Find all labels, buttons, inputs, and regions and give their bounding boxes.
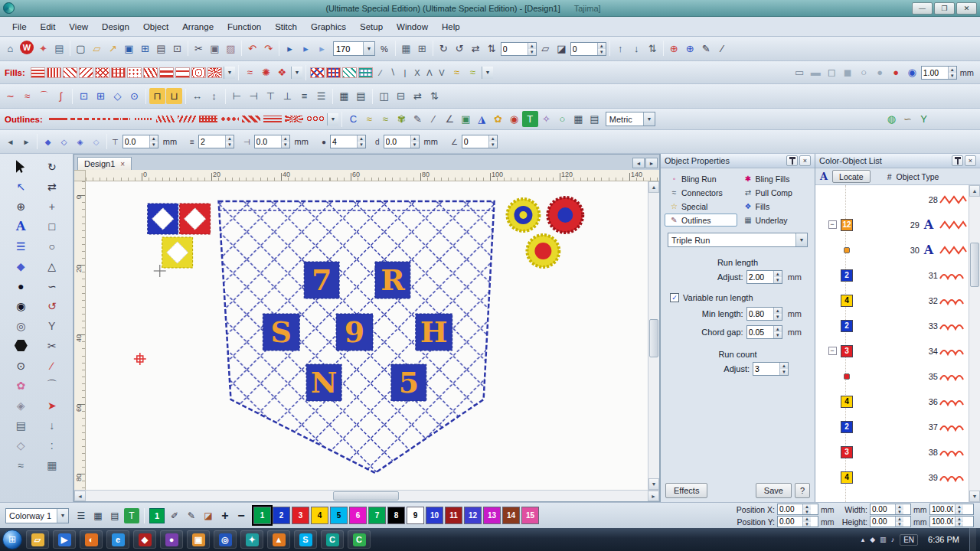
internet-explorer-icon[interactable]: e — [106, 530, 129, 549]
width-percent-input[interactable] — [930, 504, 955, 514]
wave-style2-icon[interactable]: ≈ — [465, 64, 481, 80]
width-spinner[interactable]: ▲▼ — [870, 504, 911, 515]
hexagon-tool-icon[interactable] — [6, 337, 36, 354]
design-canvas[interactable]: 7 R S 9 H N 5 — [86, 181, 648, 490]
media-player-icon[interactable]: ▶ — [53, 530, 76, 549]
curve-edit-icon[interactable]: ∽ — [900, 111, 916, 127]
image-icon[interactable]: ▣ — [458, 111, 474, 127]
branch-tool-icon[interactable]: Y — [38, 317, 67, 334]
color-object-row[interactable]: 4 39 — [815, 465, 969, 490]
stack-icon[interactable]: ☰ — [313, 88, 329, 104]
pin-icon[interactable] — [786, 155, 798, 166]
red-node-icon[interactable]: ● — [888, 64, 904, 80]
table2-icon[interactable]: ▤ — [586, 111, 603, 127]
blue-node-icon[interactable]: ◉ — [904, 64, 920, 80]
outline-zigzag-icon[interactable] — [156, 116, 175, 122]
fill-cross-icon[interactable] — [95, 67, 109, 78]
spin-up-icon[interactable]: ▲ — [774, 326, 782, 332]
outline-hatch-icon[interactable] — [242, 116, 260, 122]
open-icon[interactable]: ▱ — [89, 41, 105, 57]
mirror-tool-icon[interactable]: ⇄ — [38, 178, 67, 195]
spin-down-icon[interactable]: ▼ — [358, 142, 365, 148]
garment-icon[interactable]: T — [124, 508, 139, 523]
spin-down-icon[interactable]: ▼ — [803, 522, 811, 527]
palette-color-chip[interactable]: 13 — [483, 507, 501, 524]
draw-pen-icon[interactable]: ✎ — [698, 41, 714, 57]
skew-vertical-icon[interactable]: ◪ — [554, 41, 570, 57]
node-point-icon[interactable]: ⊙ — [126, 88, 142, 104]
diamond-outline-icon[interactable]: ◇ — [56, 134, 72, 150]
slope-icon[interactable]: ∕ — [426, 111, 442, 127]
bucket-icon[interactable]: ◪ — [201, 508, 216, 523]
rotate-cw-icon[interactable]: ↻ — [436, 41, 452, 57]
thread-color-chip[interactable]: 2 — [841, 320, 853, 332]
spin-up-icon[interactable]: ▲ — [774, 308, 782, 314]
rotate-angle-spinner[interactable]: ▲▼ — [501, 42, 537, 56]
mannequin-icon[interactable]: ✧ — [538, 111, 554, 127]
color-object-row[interactable]: 35 — [815, 364, 969, 389]
chevron-down-icon[interactable]: ▼ — [224, 67, 235, 79]
align-top-icon[interactable]: ⊤ — [263, 88, 279, 104]
crosshatch2-icon[interactable] — [326, 67, 341, 78]
outline-dash-icon[interactable] — [70, 118, 89, 120]
knife-tool-icon[interactable]: ✂ — [38, 337, 67, 354]
pulse-app-icon[interactable]: ✦ — [240, 530, 263, 549]
current-thread-chip[interactable]: 1 — [149, 508, 165, 523]
next-object-icon[interactable]: ► — [18, 134, 34, 150]
tab-underlay[interactable]: ▦ Underlay — [739, 214, 812, 227]
paste-icon[interactable]: ▨ — [223, 41, 239, 57]
sequence-view-icon[interactable]: ☰ — [74, 508, 89, 523]
angle-measure-icon[interactable]: ∠ — [442, 111, 458, 127]
palette-color-chip[interactable]: 1 — [253, 507, 271, 524]
square-filled-icon[interactable]: ◼ — [840, 64, 856, 80]
lock-icon[interactable]: ⊓ — [149, 88, 165, 104]
menu-item[interactable]: Graphics — [305, 20, 352, 34]
fill-diag2-icon[interactable] — [79, 67, 93, 78]
spin-up-icon[interactable]: ▲ — [358, 135, 365, 142]
slope-line-icon[interactable]: ∕ — [714, 41, 730, 57]
param-spinner[interactable]: ▲▼ — [198, 135, 234, 148]
tab-scroll-left-icon[interactable]: ◄ — [632, 158, 645, 168]
spin-up-icon[interactable]: ▲ — [528, 43, 536, 49]
ring-tool-icon[interactable]: ◉ — [6, 297, 36, 315]
thread-color-chip[interactable]: 3 — [841, 446, 853, 458]
square-outline-icon[interactable]: ◻ — [824, 64, 840, 80]
colorway-combo[interactable]: Colorway 1 ▼ — [5, 508, 69, 523]
palette-color-chip[interactable]: 3 — [292, 507, 309, 524]
spiral-tool-icon[interactable]: ↺ — [38, 297, 67, 315]
show-desktop-button[interactable] — [969, 528, 976, 551]
teal-grid-icon[interactable] — [358, 67, 373, 78]
stipple-tool-icon[interactable]: ≈ — [6, 456, 36, 474]
cut-icon[interactable]: ✂ — [191, 41, 207, 57]
app-blue-icon[interactable]: ◎ — [214, 530, 237, 549]
thread-color-chip[interactable]: 3 — [841, 345, 853, 357]
param-spinner[interactable]: ▲▼ — [254, 135, 290, 148]
height-percent-spinner[interactable]: ▲▼ — [929, 516, 974, 527]
remove-color-icon[interactable]: − — [234, 509, 248, 523]
spin-down-icon[interactable]: ▼ — [956, 522, 963, 527]
flower-tool-icon[interactable]: ✿ — [6, 377, 36, 394]
menu-item[interactable]: Object — [137, 20, 175, 34]
rect-outline-icon[interactable]: ▭ — [792, 64, 808, 80]
circle-motifs[interactable] — [508, 197, 583, 267]
fill-satin-v-icon[interactable] — [47, 67, 61, 78]
start-point-icon[interactable]: ⊕ — [666, 41, 682, 57]
volume-icon[interactable]: ♪ — [891, 536, 895, 543]
save-all-icon[interactable]: ⊞ — [137, 41, 153, 57]
outline-width-spinner[interactable]: ▲▼ — [921, 66, 957, 80]
angle-up-icon[interactable]: Λ — [423, 64, 436, 80]
measure-horizontal-icon[interactable]: ↔ — [189, 88, 205, 104]
fill-zigzag-icon[interactable] — [143, 67, 158, 78]
vertical-scroll-thumb[interactable] — [649, 319, 658, 357]
run-length-input[interactable] — [747, 271, 773, 283]
node-diamond-icon[interactable]: ◇ — [109, 88, 126, 104]
outline-dash-short-icon[interactable] — [92, 118, 110, 120]
scroll-right-icon[interactable]: ► — [648, 491, 659, 501]
chevron-down-icon[interactable]: ▼ — [643, 112, 655, 126]
param-spinner[interactable]: ▲▼ — [330, 135, 366, 148]
scroll-down-icon[interactable]: ▼ — [648, 478, 659, 490]
tab-fills[interactable]: ❖ Fills — [739, 200, 812, 213]
undo-icon[interactable]: ↶ — [244, 41, 260, 57]
mirror-horizontal-icon[interactable]: ⇄ — [468, 41, 484, 57]
color-object-row[interactable]: − 12 29 A — [815, 212, 969, 237]
